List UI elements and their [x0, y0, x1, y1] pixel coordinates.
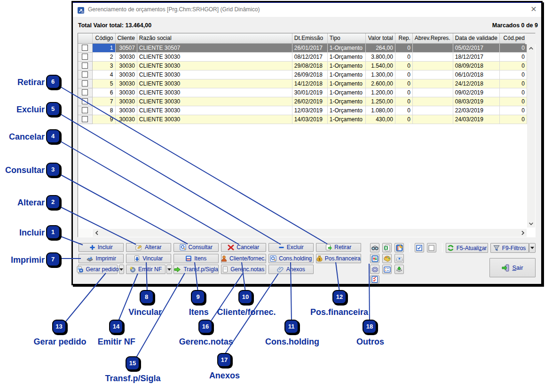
svg-text:$: $	[318, 257, 320, 261]
